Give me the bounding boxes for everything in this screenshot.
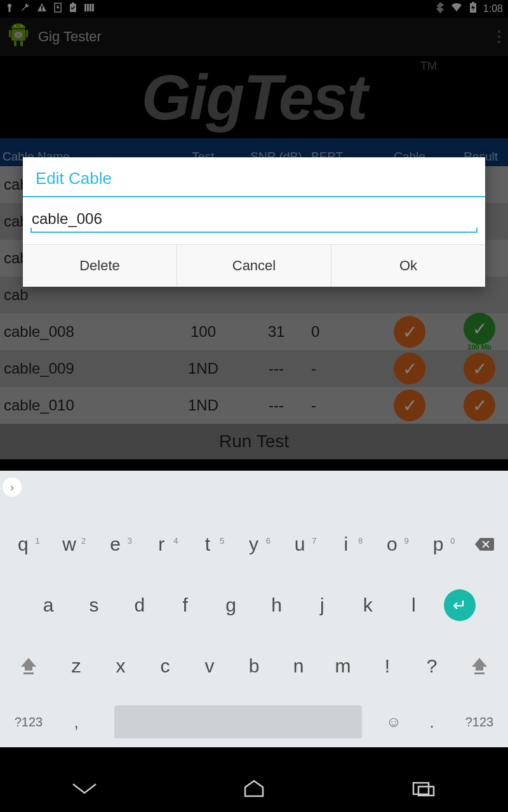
symbols-key-right[interactable]: ?123 (451, 715, 508, 730)
comma-key[interactable]: , (57, 712, 95, 732)
cancel-button[interactable]: Cancel (177, 245, 331, 287)
backspace-key[interactable] (461, 537, 508, 552)
key-a[interactable]: a (25, 594, 71, 616)
dialog-title: Edit Cable (23, 157, 485, 196)
key-c[interactable]: c (143, 655, 187, 677)
key-x[interactable]: x (98, 655, 143, 677)
svg-rect-22 (474, 672, 485, 674)
key-b[interactable]: b (232, 655, 276, 677)
key-y[interactable]: 6y (231, 534, 277, 555)
key-g[interactable]: g (208, 594, 254, 616)
key-r[interactable]: 4r (138, 534, 185, 555)
key-m[interactable]: m (321, 655, 365, 677)
key-![interactable]: ! (365, 655, 410, 677)
shift-key[interactable] (3, 657, 54, 676)
key-e[interactable]: 3e (92, 534, 138, 555)
suggestion-strip[interactable]: › (0, 471, 508, 504)
key-h[interactable]: h (254, 594, 300, 616)
emoji-key[interactable]: ☺ (375, 713, 413, 731)
key-s[interactable]: s (71, 594, 117, 616)
key-v[interactable]: v (187, 655, 232, 677)
key-z[interactable]: z (54, 655, 98, 677)
enter-key[interactable]: ↵ (436, 589, 483, 621)
delete-button[interactable]: Delete (23, 245, 177, 287)
cable-name-input[interactable] (30, 206, 478, 233)
key-i[interactable]: 8i (323, 534, 370, 555)
key-p[interactable]: 0p (415, 534, 462, 555)
key-f[interactable]: f (163, 594, 208, 616)
ok-button[interactable]: Ok (331, 245, 485, 287)
back-icon[interactable] (70, 779, 98, 801)
key-?[interactable]: ? (410, 655, 454, 677)
shift-key[interactable] (454, 657, 505, 676)
key-o[interactable]: 9o (369, 534, 415, 555)
key-t[interactable]: 5t (185, 534, 231, 555)
key-n[interactable]: n (276, 655, 321, 677)
key-l[interactable]: l (391, 594, 436, 616)
symbols-key[interactable]: ?123 (0, 715, 57, 730)
svg-rect-23 (413, 783, 429, 794)
key-w[interactable]: 2w (46, 534, 93, 555)
svg-rect-21 (23, 672, 34, 674)
recent-apps-icon[interactable] (410, 779, 438, 801)
key-k[interactable]: k (345, 594, 391, 616)
space-key[interactable] (114, 705, 362, 738)
key-q[interactable]: 1q (0, 534, 46, 555)
period-key[interactable]: . (413, 712, 451, 732)
keyboard: 1q2w3e4r5t6y7u8i9o0p asdfghjkl↵ zxcvbnm!… (0, 504, 508, 747)
key-d[interactable]: d (117, 594, 163, 616)
edit-cable-dialog: Edit Cable Delete Cancel Ok (23, 157, 485, 287)
key-u[interactable]: 7u (277, 534, 323, 555)
chevron-right-icon[interactable]: › (3, 478, 22, 497)
home-icon[interactable] (240, 778, 268, 801)
nav-bar (0, 768, 508, 812)
key-j[interactable]: j (299, 594, 345, 616)
